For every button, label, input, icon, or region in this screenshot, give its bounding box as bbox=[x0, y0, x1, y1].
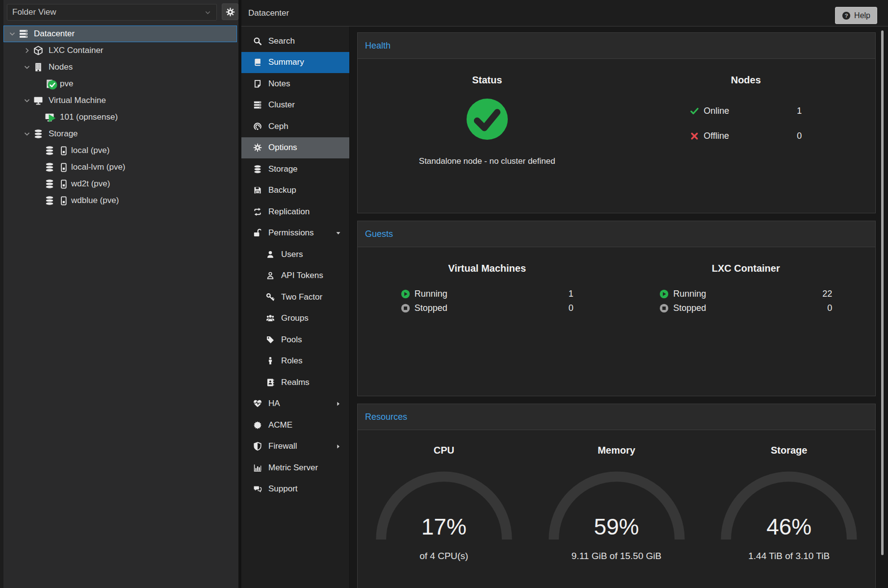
drive-icon bbox=[61, 163, 67, 172]
ceph-icon bbox=[253, 122, 262, 131]
nav-item-two-factor[interactable]: Two Factor bbox=[241, 286, 349, 308]
tree-item-storage-local-lvm[interactable]: local-lvm (pve) bbox=[3, 159, 237, 176]
tree-settings-button[interactable] bbox=[222, 3, 238, 20]
nodes-online-row: Online 1 bbox=[690, 103, 802, 118]
chevron-down-icon[interactable] bbox=[23, 97, 31, 104]
nav-item-firewall[interactable]: Firewall bbox=[241, 436, 349, 458]
tree-item-storage-wdblue[interactable]: wdblue (pve) bbox=[3, 192, 237, 209]
proxmox-datacenter-view: Folder View Datacenter LXC Container Nod… bbox=[0, 0, 888, 588]
tree-item-vm-101-opnsense[interactable]: 101 (opnsense) bbox=[3, 109, 237, 126]
tree-item-datacenter[interactable]: Datacenter bbox=[3, 26, 237, 42]
nav-item-ha[interactable]: HA bbox=[241, 393, 349, 415]
building-icon bbox=[33, 62, 43, 72]
vm-stopped-value: 0 bbox=[569, 303, 574, 313]
lxc-heading: LXC Container bbox=[617, 263, 876, 274]
tree-item-nodes[interactable]: Nodes bbox=[3, 59, 237, 76]
replication-arrows-icon bbox=[253, 207, 262, 216]
nav-item-search[interactable]: Search bbox=[241, 30, 349, 52]
tree-item-storage-wd2t[interactable]: wd2t (pve) bbox=[3, 176, 237, 192]
database-icon bbox=[45, 146, 54, 155]
address-book-icon bbox=[266, 378, 275, 387]
lxc-running-value: 22 bbox=[822, 289, 832, 299]
arrow-right-icon[interactable] bbox=[336, 401, 341, 407]
vm-running-value: 1 bbox=[569, 289, 574, 299]
nav-item-support[interactable]: Support bbox=[241, 479, 349, 500]
nav-item-users[interactable]: Users bbox=[241, 244, 349, 265]
chevron-down-icon[interactable] bbox=[8, 30, 16, 38]
nav-item-permissions[interactable]: Permissions bbox=[241, 223, 349, 244]
nav-item-realms[interactable]: Realms bbox=[241, 372, 349, 393]
nav-item-backup[interactable]: Backup bbox=[241, 180, 349, 202]
tree-item-label: wd2t (pve) bbox=[71, 179, 110, 189]
tree-item-label: local-lvm (pve) bbox=[71, 162, 126, 172]
view-mode-select[interactable]: Folder View bbox=[7, 4, 217, 21]
chevron-right-icon[interactable] bbox=[23, 47, 31, 54]
nav-item-metric-server[interactable]: Metric Server bbox=[241, 457, 349, 479]
chevron-down-icon[interactable] bbox=[23, 130, 31, 138]
nav-item-summary[interactable]: Summary bbox=[241, 52, 349, 74]
arrow-down-icon[interactable] bbox=[336, 230, 341, 236]
tree-item-storage-local[interactable]: local (pve) bbox=[3, 142, 237, 159]
memory-gauge-column: Memory 59% 9.11 GiB of 15.50 GiB bbox=[530, 430, 703, 562]
tree-item-pve[interactable]: pve bbox=[3, 76, 237, 92]
nav-item-pools[interactable]: Pools bbox=[241, 329, 349, 351]
memory-subtext: 9.11 GiB of 15.50 GiB bbox=[530, 551, 703, 562]
nav-item-acme[interactable]: ACME bbox=[241, 414, 349, 436]
datacenter-nav: Search Summary Notes Cluster Ceph Option… bbox=[241, 26, 349, 588]
status-heading: Status bbox=[358, 75, 617, 86]
vm-heading: Virtual Machines bbox=[358, 263, 617, 274]
lxc-container-column: LXC Container Running 22 Stopped 0 bbox=[617, 247, 876, 315]
nav-item-roles[interactable]: Roles bbox=[241, 351, 349, 372]
running-play-icon bbox=[48, 113, 57, 123]
note-icon bbox=[253, 79, 262, 88]
nav-item-storage[interactable]: Storage bbox=[241, 158, 349, 180]
cube-icon bbox=[33, 46, 43, 55]
lxc-stopped-row: Stopped 0 bbox=[659, 301, 832, 315]
health-panel-title: Health bbox=[358, 33, 875, 59]
gear-icon bbox=[226, 7, 235, 17]
building-icon bbox=[45, 79, 54, 89]
tree-item-storage[interactable]: Storage bbox=[3, 126, 237, 142]
nodes-offline-row: Offline 0 bbox=[690, 128, 802, 143]
database-icon bbox=[45, 196, 54, 205]
tree-item-lxc-container[interactable]: LXC Container bbox=[3, 42, 237, 59]
cpu-percent: 17% bbox=[371, 513, 517, 540]
view-mode-value: Folder View bbox=[12, 7, 56, 17]
nodes-offline-label: Offline bbox=[704, 131, 729, 141]
database-icon bbox=[45, 179, 54, 189]
server-rack-icon bbox=[19, 29, 28, 39]
tree-item-virtual-machine[interactable]: Virtual Machine bbox=[3, 92, 237, 109]
users-icon bbox=[266, 314, 275, 323]
nav-item-options[interactable]: Options bbox=[241, 137, 349, 159]
vm-running-label: Running bbox=[415, 289, 447, 299]
database-icon bbox=[253, 165, 262, 174]
content-header: Datacenter Help bbox=[241, 0, 888, 26]
tree-item-label: local (pve) bbox=[71, 146, 109, 155]
user-outline-icon bbox=[266, 271, 275, 280]
nav-item-cluster[interactable]: Cluster bbox=[241, 95, 349, 116]
tree-item-label: Virtual Machine bbox=[49, 96, 106, 105]
nodes-offline-value: 0 bbox=[797, 131, 802, 141]
help-button[interactable]: Help bbox=[835, 7, 877, 24]
search-icon bbox=[253, 37, 262, 46]
vertical-scrollbar[interactable] bbox=[881, 30, 884, 555]
heartbeat-icon bbox=[253, 399, 262, 408]
lock-open-icon bbox=[253, 229, 262, 237]
tree-item-label: LXC Container bbox=[49, 46, 104, 55]
nav-item-api-tokens[interactable]: API Tokens bbox=[241, 265, 349, 287]
online-check-icon bbox=[48, 80, 57, 90]
drive-icon bbox=[61, 196, 67, 205]
nav-item-groups[interactable]: Groups bbox=[241, 308, 349, 330]
shield-icon bbox=[253, 442, 262, 451]
chevron-down-icon[interactable] bbox=[23, 63, 31, 71]
nav-item-notes[interactable]: Notes bbox=[241, 73, 349, 95]
tree-item-label: pve bbox=[60, 79, 73, 89]
nav-item-ceph[interactable]: Ceph bbox=[241, 116, 349, 137]
arrow-right-icon[interactable] bbox=[336, 444, 341, 449]
storage-subtext: 1.44 TiB of 3.10 TiB bbox=[703, 551, 875, 562]
database-icon bbox=[33, 129, 43, 139]
nodes-online-label: Online bbox=[704, 106, 729, 116]
nav-item-replication[interactable]: Replication bbox=[241, 201, 349, 223]
question-circle-icon bbox=[842, 11, 851, 20]
storage-gauge: 46% bbox=[716, 471, 862, 545]
